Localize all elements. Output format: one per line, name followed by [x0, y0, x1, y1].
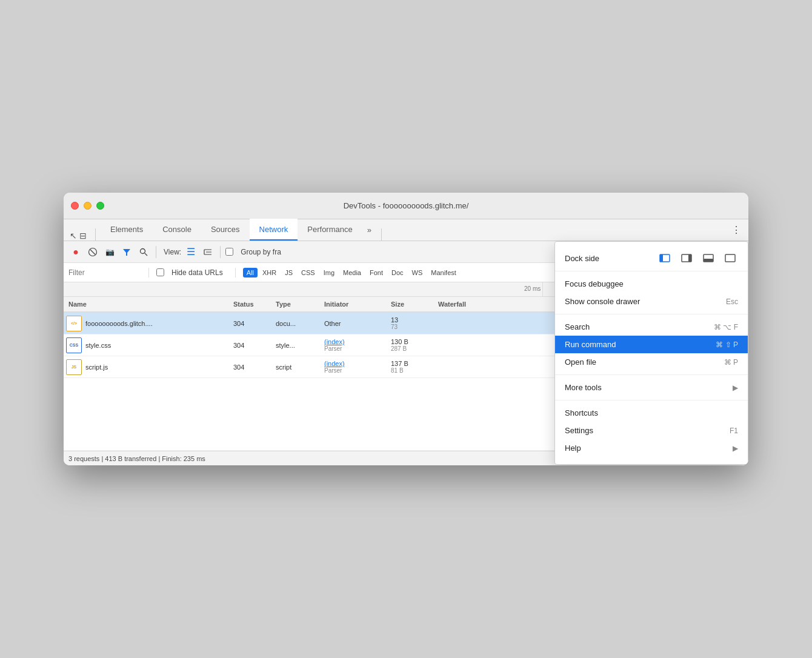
menu-item-open-file[interactable]: Open file ⌘ P: [555, 353, 748, 371]
filter-img[interactable]: Img: [320, 268, 338, 277]
menu-item-show-console[interactable]: Show console drawer Esc: [555, 293, 748, 310]
cell-initiator-0: Other: [324, 320, 391, 327]
tab-separator-right: [381, 228, 382, 241]
search-button[interactable]: [136, 245, 151, 259]
titlebar: DevTools - fooooooooods.glitch.me/: [64, 193, 748, 219]
col-status[interactable]: Status: [233, 301, 276, 308]
menu-item-settings[interactable]: Settings F1: [555, 422, 748, 439]
toolbar-sep-1: [156, 246, 156, 258]
filter-ws[interactable]: WS: [408, 268, 427, 277]
cursor-icon[interactable]: ↖: [70, 231, 77, 241]
filter-css[interactable]: CSS: [298, 268, 319, 277]
file-icon-js: JS: [66, 359, 82, 375]
filter-type-sep: [235, 268, 236, 277]
dock-undock-button[interactable]: [657, 250, 673, 266]
filter-js[interactable]: JS: [281, 268, 296, 277]
dock-icons-group: [657, 250, 738, 266]
status-text: 3 requests | 413 B transferred | Finish:…: [68, 455, 205, 462]
svg-rect-5: [704, 259, 713, 262]
filename-1: style.css: [85, 342, 111, 349]
menu-item-shortcuts[interactable]: Shortcuts: [555, 404, 748, 422]
col-type[interactable]: Type: [276, 301, 324, 308]
col-initiator[interactable]: Initiator: [324, 301, 391, 308]
device-toolbar-icon[interactable]: ⊟: [79, 231, 87, 241]
menu-item-more-tools[interactable]: More tools ▶: [555, 379, 748, 396]
tabs-bar: ↖ ⊟ Elements Console Sources Network Per…: [64, 219, 748, 241]
tab-network[interactable]: Network: [250, 219, 298, 241]
capture-screenshot-button[interactable]: 📷: [102, 245, 117, 259]
dock-side-label: Dock side: [565, 254, 599, 263]
col-name[interactable]: Name: [64, 301, 233, 308]
svg-point-10: [141, 248, 145, 253]
menu-item-help[interactable]: Help ▶: [555, 439, 748, 457]
cell-type-1: style...: [276, 342, 324, 349]
filter-types: All XHR JS CSS Img Media Font Doc WS Man…: [243, 268, 460, 277]
tab-console[interactable]: Console: [153, 219, 201, 241]
cell-size-0: 13 73: [391, 316, 433, 330]
svg-line-8: [90, 250, 95, 254]
tab-sources[interactable]: Sources: [201, 219, 250, 241]
col-size[interactable]: Size: [391, 301, 433, 308]
file-icon-html: </>: [66, 316, 82, 331]
devtools-menu-button[interactable]: ⋮: [727, 219, 746, 241]
cell-initiator-1: (index) Parser: [324, 338, 391, 352]
filter-sep: [148, 268, 149, 277]
devtools-window: DevTools - fooooooooods.glitch.me/ ↖ ⊟ E…: [64, 193, 748, 465]
toolbar-sep-2: [220, 246, 221, 258]
hide-data-urls-label: Hide data URLs: [171, 268, 223, 277]
group-checkbox[interactable]: [225, 248, 233, 256]
dock-right-button[interactable]: [679, 250, 694, 266]
filter-doc[interactable]: Doc: [388, 268, 407, 277]
dock-left-button[interactable]: [722, 250, 738, 266]
hide-data-urls-checkbox[interactable]: [156, 268, 164, 276]
list-view-button[interactable]: ☰: [184, 245, 198, 259]
filename-0: fooooooooods.glitch....: [85, 320, 153, 327]
cell-type-2: script: [276, 364, 324, 371]
tab-more[interactable]: »: [362, 219, 376, 241]
menu-section-2: Search ⌘ ⌥ F Run command ⌘ ⇧ P Open file…: [555, 314, 748, 375]
menu-section-4: Shortcuts Settings F1 Help ▶: [555, 400, 748, 460]
dock-bottom-button[interactable]: [701, 250, 716, 266]
menu-item-run-command[interactable]: Run command ⌘ ⇧ P: [555, 336, 748, 353]
cell-status-2: 304: [233, 364, 276, 371]
group-label: Group by fra: [241, 248, 281, 256]
filter-media[interactable]: Media: [339, 268, 365, 277]
cell-status-1: 304: [233, 342, 276, 349]
cell-name-0: </> fooooooooods.glitch....: [64, 316, 233, 331]
clear-button[interactable]: [85, 245, 100, 259]
svg-marker-9: [123, 249, 130, 256]
record-button[interactable]: ●: [68, 245, 83, 259]
cell-name-2: JS script.js: [64, 359, 233, 375]
tree-view-button[interactable]: [201, 245, 215, 259]
tab-elements[interactable]: Elements: [101, 219, 153, 241]
svg-rect-6: [725, 254, 735, 262]
context-menu: Dock side: [554, 241, 748, 465]
menu-item-search[interactable]: Search ⌘ ⌥ F: [555, 318, 748, 336]
minimize-button[interactable]: [84, 202, 92, 210]
cell-status-0: 304: [233, 320, 276, 327]
cell-size-1: 130 B 287 B: [391, 338, 433, 352]
close-button[interactable]: [71, 202, 79, 210]
filter-manifest[interactable]: Manifest: [427, 268, 460, 277]
filter-all[interactable]: All: [243, 268, 258, 277]
window-title: DevTools - fooooooooods.glitch.me/: [344, 201, 469, 210]
menu-section-1: Focus debuggee Show console drawer Esc: [555, 271, 748, 314]
filter-font[interactable]: Font: [366, 268, 387, 277]
filter-input[interactable]: [68, 268, 141, 277]
filter-button[interactable]: [119, 245, 134, 259]
view-label: View:: [164, 248, 181, 256]
file-icon-css: CSS: [66, 337, 82, 353]
svg-rect-3: [688, 254, 691, 262]
svg-rect-1: [660, 254, 663, 262]
tick-20ms: 20 ms: [524, 285, 541, 292]
cell-name-1: CSS style.css: [64, 337, 233, 353]
tab-performance[interactable]: Performance: [298, 219, 362, 241]
menu-section-3: More tools ▶: [555, 375, 748, 400]
menu-item-focus-debuggee[interactable]: Focus debuggee: [555, 275, 748, 293]
filename-2: script.js: [85, 364, 108, 371]
traffic-lights: [71, 202, 104, 210]
maximize-button[interactable]: [96, 202, 104, 210]
filter-xhr[interactable]: XHR: [259, 268, 280, 277]
tick-line-1: [542, 282, 543, 296]
svg-line-11: [145, 253, 147, 256]
